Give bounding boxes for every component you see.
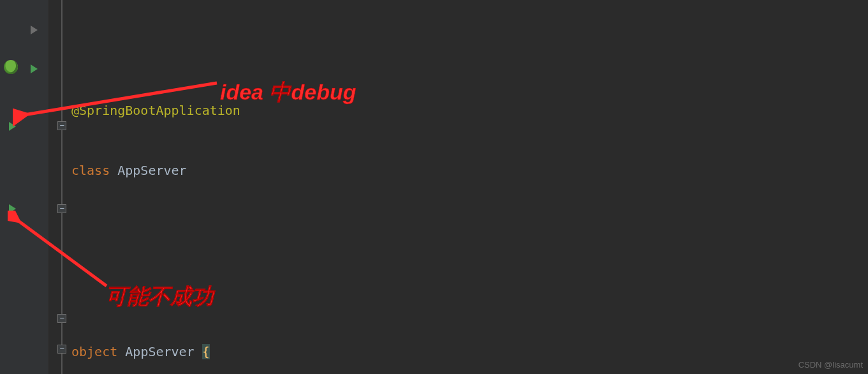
brace: { <box>202 344 210 359</box>
run-icon[interactable] <box>31 26 38 34</box>
gutter-run-column <box>0 0 23 374</box>
annotation-text: @SpringBootApplication <box>71 103 240 118</box>
code-area[interactable]: @SpringBootApplication class AppServer o… <box>48 0 868 374</box>
run-icon[interactable] <box>9 122 16 131</box>
code-editor[interactable]: − − − − @SpringBootApplication class App… <box>0 0 868 374</box>
spring-icon <box>4 60 18 74</box>
code-line[interactable]: class AppServer <box>71 160 868 181</box>
keyword: class <box>71 163 117 178</box>
identifier: AppServer <box>117 163 186 178</box>
run-icon[interactable] <box>31 64 38 73</box>
identifier: AppServer <box>125 344 202 359</box>
keyword: object <box>71 344 125 359</box>
code-line[interactable]: object AppServer { <box>71 341 868 363</box>
code-line[interactable] <box>71 221 868 242</box>
run-icon[interactable] <box>9 204 16 213</box>
gutter <box>0 0 48 374</box>
code-line[interactable] <box>71 40 868 61</box>
code-line[interactable] <box>71 281 868 302</box>
watermark: CSDN @lisacumt <box>798 359 863 371</box>
code-line[interactable]: @SpringBootApplication <box>71 100 868 121</box>
